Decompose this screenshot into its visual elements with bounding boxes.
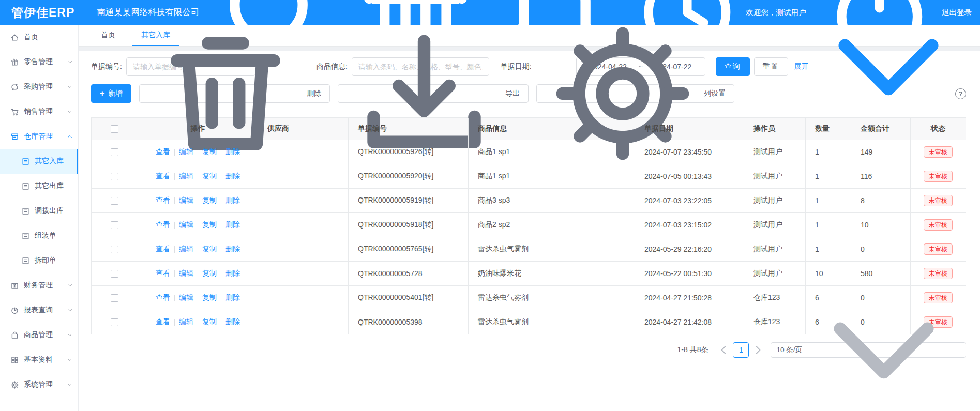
- search-button[interactable]: 查询: [716, 57, 750, 76]
- chevron-icon: [67, 183, 73, 189]
- supplier-cell: [258, 237, 349, 261]
- copy-link[interactable]: 复制: [202, 220, 217, 230]
- product-cell: 雷达杀虫气雾剂: [469, 237, 635, 261]
- row-checkbox[interactable]: [111, 148, 118, 156]
- delete-link[interactable]: 删除: [225, 269, 240, 278]
- sidebar-item[interactable]: 首页: [0, 25, 78, 50]
- edit-link[interactable]: 编辑: [179, 245, 193, 254]
- sidebar-item[interactable]: 财务管理: [0, 273, 78, 298]
- app-logo[interactable]: 管伊佳ERP: [11, 5, 74, 21]
- doc-no-cell: QTRK00000005919[转]: [349, 189, 469, 212]
- chevron-icon: [67, 307, 73, 313]
- select-all-checkbox[interactable]: [111, 125, 118, 133]
- copy-link[interactable]: 复制: [202, 196, 217, 205]
- help-icon[interactable]: ?: [955, 88, 966, 99]
- copy-link[interactable]: 复制: [202, 293, 217, 302]
- view-link[interactable]: 查看: [156, 220, 170, 230]
- status-cell: 未审核: [911, 237, 966, 261]
- column-settings-button[interactable]: 列设置: [536, 84, 734, 103]
- date-cell: 2024-05-29 22:16:20: [635, 237, 744, 261]
- reset-button[interactable]: 重置: [754, 57, 788, 76]
- delete-link[interactable]: 删除: [225, 172, 240, 181]
- edit-link[interactable]: 编辑: [179, 172, 193, 181]
- action-separator: [174, 295, 175, 301]
- copy-link[interactable]: 复制: [202, 245, 217, 254]
- edit-link[interactable]: 编辑: [179, 317, 193, 327]
- sidebar-item[interactable]: 基本资料: [0, 347, 78, 372]
- sidebar-item[interactable]: 拆卸单: [0, 248, 78, 273]
- sidebar-item[interactable]: 零售管理: [0, 50, 78, 74]
- sidebar-item[interactable]: 其它出库: [0, 174, 78, 199]
- row-actions-cell: 查看编辑复制删除: [138, 310, 258, 334]
- row-actions-cell: 查看编辑复制删除: [138, 164, 258, 188]
- sidebar-item[interactable]: 报表查询: [0, 298, 78, 323]
- sidebar-item-label: 报表查询: [24, 306, 67, 315]
- product-cell: 商品2 sp2: [469, 213, 635, 237]
- edit-link[interactable]: 编辑: [179, 220, 193, 230]
- delete-link[interactable]: 删除: [225, 147, 240, 157]
- row-checkbox[interactable]: [111, 318, 118, 326]
- operator-cell: 测试用户: [744, 189, 806, 212]
- row-checkbox[interactable]: [111, 294, 118, 302]
- chevron-icon: [67, 257, 73, 264]
- chevron-icon: [67, 282, 73, 288]
- view-link[interactable]: 查看: [156, 147, 170, 157]
- status-cell: 未审核: [911, 140, 966, 164]
- delete-link[interactable]: 删除: [225, 196, 240, 205]
- amount-cell: 0: [851, 237, 911, 261]
- delete-link[interactable]: 删除: [225, 317, 240, 327]
- delete-link[interactable]: 删除: [225, 293, 240, 302]
- view-link[interactable]: 查看: [156, 269, 170, 278]
- delete-button[interactable]: 删除: [139, 84, 330, 103]
- sidebar-item[interactable]: 采购管理: [0, 74, 78, 99]
- edit-link[interactable]: 编辑: [179, 147, 193, 157]
- next-page-button[interactable]: [752, 342, 764, 358]
- sidebar-item[interactable]: 仓库管理: [0, 124, 78, 149]
- tab[interactable]: 首页: [92, 25, 125, 46]
- action-separator: [221, 319, 221, 326]
- date-cell: 2024-04-27 21:42:08: [635, 310, 744, 334]
- action-separator: [198, 197, 198, 204]
- select-all-cell: [92, 118, 138, 140]
- export-button[interactable]: 导出: [338, 84, 529, 103]
- row-checkbox[interactable]: [111, 197, 118, 205]
- sidebar-item[interactable]: 调拨出库: [0, 199, 78, 223]
- sidebar-item-icon: [10, 380, 19, 389]
- row-checkbox[interactable]: [111, 221, 118, 229]
- edit-link[interactable]: 编辑: [179, 196, 193, 205]
- view-link[interactable]: 查看: [156, 317, 170, 327]
- view-link[interactable]: 查看: [156, 293, 170, 302]
- doc-date-label: 单据日期:: [501, 62, 532, 71]
- edit-link[interactable]: 编辑: [179, 269, 193, 278]
- table-row: 查看编辑复制删除 QTRK00000005918[转] 商品2 sp2 2024…: [92, 212, 966, 237]
- copy-link[interactable]: 复制: [202, 317, 217, 327]
- copy-link[interactable]: 复制: [202, 147, 217, 157]
- product-cell: 雷达杀虫气雾剂: [469, 310, 635, 334]
- action-separator: [221, 295, 221, 301]
- column-header: 操作员: [744, 118, 806, 140]
- row-select-cell: [92, 237, 138, 261]
- copy-link[interactable]: 复制: [202, 172, 217, 181]
- page-number-button[interactable]: 1: [733, 342, 749, 358]
- sidebar-item[interactable]: 销售管理: [0, 99, 78, 124]
- date-cell: 2024-04-27 21:50:28: [635, 286, 744, 310]
- view-link[interactable]: 查看: [156, 172, 170, 181]
- sidebar-item[interactable]: 系统管理: [0, 372, 78, 397]
- action-separator: [174, 246, 175, 253]
- sidebar-item[interactable]: 组装单: [0, 223, 78, 248]
- view-link[interactable]: 查看: [156, 245, 170, 254]
- row-checkbox[interactable]: [111, 173, 118, 180]
- sidebar-item[interactable]: 商品管理: [0, 323, 78, 347]
- row-checkbox[interactable]: [111, 270, 118, 278]
- copy-link[interactable]: 复制: [202, 269, 217, 278]
- add-button[interactable]: + 新增: [91, 84, 131, 103]
- page-size-select[interactable]: 10 条/页: [771, 342, 966, 358]
- delete-link[interactable]: 删除: [225, 220, 240, 230]
- row-checkbox[interactable]: [111, 246, 118, 253]
- edit-link[interactable]: 编辑: [179, 293, 193, 302]
- prev-page-button[interactable]: [717, 342, 730, 358]
- sidebar-item[interactable]: 其它入库: [0, 149, 78, 174]
- delete-link[interactable]: 删除: [225, 245, 240, 254]
- view-link[interactable]: 查看: [156, 196, 170, 205]
- doc-no-cell: QTRK00000005926[转]: [349, 140, 469, 164]
